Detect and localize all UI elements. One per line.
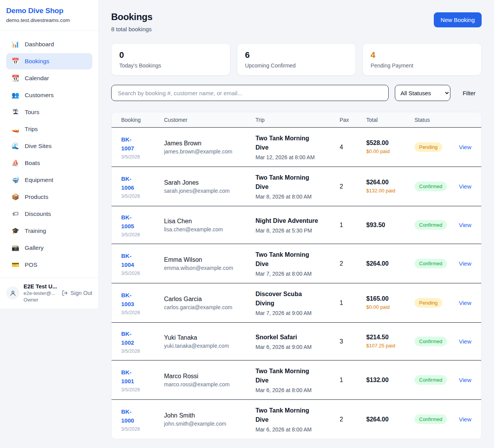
booking-link[interactable]: BK-1000 bbox=[121, 407, 140, 425]
filter-button[interactable]: Filter bbox=[457, 90, 482, 96]
user-name: E2E Test U... bbox=[24, 283, 58, 290]
customer-email: emma.wilson@example.com bbox=[164, 265, 255, 271]
paid-amount: $0.00 paid bbox=[366, 304, 397, 311]
status-cell: Pending bbox=[414, 142, 459, 152]
sidebar-item-tours[interactable]: 🏝Tours bbox=[6, 104, 92, 120]
trip-name: Snorkel Safari bbox=[255, 333, 322, 342]
view-link[interactable]: View bbox=[459, 183, 471, 190]
pax-count: 2 bbox=[340, 416, 366, 423]
brand-name[interactable]: Demo Dive Shop bbox=[6, 7, 92, 15]
stat-value: 4 bbox=[370, 50, 474, 60]
new-booking-button[interactable]: New Booking bbox=[434, 12, 482, 27]
bar-chart-icon: 📊 bbox=[12, 41, 19, 47]
table-row: BK-10013/5/2026Marco Rossimarco.rossi@ex… bbox=[112, 360, 481, 400]
trip-name: Two Tank Morning Dive bbox=[255, 134, 322, 152]
sidebar-item-trips[interactable]: 🚤Trips bbox=[6, 121, 92, 137]
total-amount: $132.00 bbox=[366, 377, 414, 384]
total-amount: $264.00 bbox=[366, 416, 414, 423]
sidebar-item-label: Training bbox=[25, 227, 46, 234]
status-select[interactable]: All Statuses bbox=[395, 85, 450, 101]
pax-count: 2 bbox=[340, 260, 366, 267]
sidebar-item-dive-sites[interactable]: 🌊Dive Sites bbox=[6, 138, 92, 154]
sidebar-item-products[interactable]: 📦Products bbox=[6, 189, 92, 205]
trip-time: Mar 6, 2026 at 8:00 AM bbox=[255, 387, 340, 393]
booking-link[interactable]: BK-1002 bbox=[121, 329, 140, 347]
sidebar-item-dashboard[interactable]: 📊Dashboard bbox=[6, 36, 92, 52]
customer-email: yuki.tanaka@example.com bbox=[164, 343, 255, 349]
view-link[interactable]: View bbox=[459, 377, 471, 383]
column-header-status: Status bbox=[414, 117, 459, 123]
total-cell: $165.00$0.00 paid bbox=[366, 295, 414, 311]
stat-label: Pending Payment bbox=[370, 62, 474, 69]
sidebar-item-label: Tours bbox=[25, 109, 39, 116]
trip-cell: Two Tank Morning DiveMar 8, 2026 at 8:00… bbox=[255, 173, 340, 200]
table-body: BK-10073/5/2026James Brownjames.brown@ex… bbox=[112, 128, 481, 439]
booking-cell: BK-10043/5/2026 bbox=[121, 251, 164, 276]
view-link[interactable]: View bbox=[459, 416, 471, 423]
wave-icon: 🌊 bbox=[12, 143, 19, 149]
status-cell: Pending bbox=[414, 298, 459, 308]
trip-name: Discover Scuba Diving bbox=[255, 290, 322, 308]
sidebar-item-customers[interactable]: 👥Customers bbox=[6, 87, 92, 103]
view-link[interactable]: View bbox=[459, 300, 471, 306]
customer-name: Emma Wilson bbox=[164, 256, 255, 263]
trip-name: Two Tank Morning Dive bbox=[255, 406, 322, 424]
customer-cell: Marco Rossimarco.rossi@example.com bbox=[164, 373, 255, 387]
sidebar-item-label: Products bbox=[25, 194, 48, 200]
booking-link[interactable]: BK-1001 bbox=[121, 368, 140, 386]
sidebar-item-label: Gallery bbox=[25, 244, 44, 251]
customer-cell: Carlos Garciacarlos.garcia@example.com bbox=[164, 296, 255, 310]
total-cell: $132.00 bbox=[366, 377, 414, 384]
view-link[interactable]: View bbox=[459, 222, 471, 228]
trip-cell: Two Tank Morning DiveMar 6, 2026 at 8:00… bbox=[255, 406, 340, 433]
customer-email: lisa.chen@example.com bbox=[164, 226, 255, 232]
avatar bbox=[6, 286, 19, 300]
view-link[interactable]: View bbox=[459, 144, 471, 150]
customer-email: james.brown@example.com bbox=[164, 148, 255, 155]
booking-date: 3/5/2026 bbox=[121, 310, 164, 315]
trip-time: Mar 8, 2026 at 8:00 AM bbox=[255, 194, 340, 200]
customer-email: carlos.garcia@example.com bbox=[164, 304, 255, 310]
sidebar-item-gallery[interactable]: 📸Gallery bbox=[6, 240, 92, 256]
booking-link[interactable]: BK-1005 bbox=[121, 213, 140, 231]
sidebar-item-equipment[interactable]: 🤿Equipment bbox=[6, 172, 92, 188]
trip-cell: Two Tank Morning DiveMar 6, 2026 at 8:00… bbox=[255, 367, 340, 393]
booking-link[interactable]: BK-1004 bbox=[121, 251, 140, 269]
total-amount: $264.00 bbox=[366, 260, 414, 267]
total-amount: $214.50 bbox=[366, 334, 414, 341]
status-badge: Confirmed bbox=[414, 414, 447, 424]
brand: Demo Dive Shop demo.test.divestreams.com bbox=[0, 0, 98, 31]
sidebar-item-discounts[interactable]: 🏷Discounts bbox=[6, 206, 92, 222]
view-cell: View bbox=[459, 338, 474, 345]
user-email: e2e-tester@... bbox=[24, 290, 58, 296]
search-input[interactable] bbox=[111, 85, 389, 101]
sidebar-item-boats[interactable]: ⛵Boats bbox=[6, 155, 92, 171]
sign-out-button[interactable]: Sign Out bbox=[62, 290, 92, 296]
status-cell: Confirmed bbox=[414, 375, 459, 385]
sidebar-item-bookings[interactable]: 📅Bookings bbox=[6, 53, 92, 69]
status-badge: Confirmed bbox=[414, 259, 447, 268]
stat-label: Upcoming Confirmed bbox=[245, 62, 348, 69]
stat-card-pending-payment: 4Pending Payment bbox=[362, 43, 482, 76]
booking-link[interactable]: BK-1003 bbox=[121, 291, 140, 309]
booking-link[interactable]: BK-1007 bbox=[121, 135, 140, 153]
trip-time: Mar 8, 2026 at 5:30 PM bbox=[255, 227, 340, 234]
booking-date: 3/5/2026 bbox=[121, 426, 164, 432]
trip-name: Two Tank Morning Dive bbox=[255, 250, 322, 269]
trip-time: Mar 7, 2026 at 8:00 AM bbox=[255, 271, 340, 277]
sidebar-item-calendar[interactable]: 📆Calendar bbox=[6, 70, 92, 86]
view-link[interactable]: View bbox=[459, 338, 471, 345]
booking-link[interactable]: BK-1006 bbox=[121, 174, 140, 192]
sidebar-item-training[interactable]: 🎓Training bbox=[6, 223, 92, 239]
trip-time: Mar 12, 2026 at 8:00 AM bbox=[255, 154, 340, 160]
sidebar-item-label: Dashboard bbox=[25, 41, 54, 48]
bookings-table: BookingCustomerTripPaxTotalStatus BK-100… bbox=[111, 112, 482, 439]
sidebar-item-pos[interactable]: 💳POS bbox=[6, 257, 92, 273]
customer-email: john.smith@example.com bbox=[164, 421, 255, 427]
customer-cell: Emma Wilsonemma.wilson@example.com bbox=[164, 256, 255, 271]
view-link[interactable]: View bbox=[459, 260, 471, 267]
total-cell: $264.00 bbox=[366, 260, 414, 267]
speedboat-icon: 🚤 bbox=[12, 126, 19, 132]
pax-count: 3 bbox=[340, 338, 366, 345]
customer-email: sarah.jones@example.com bbox=[164, 188, 255, 194]
